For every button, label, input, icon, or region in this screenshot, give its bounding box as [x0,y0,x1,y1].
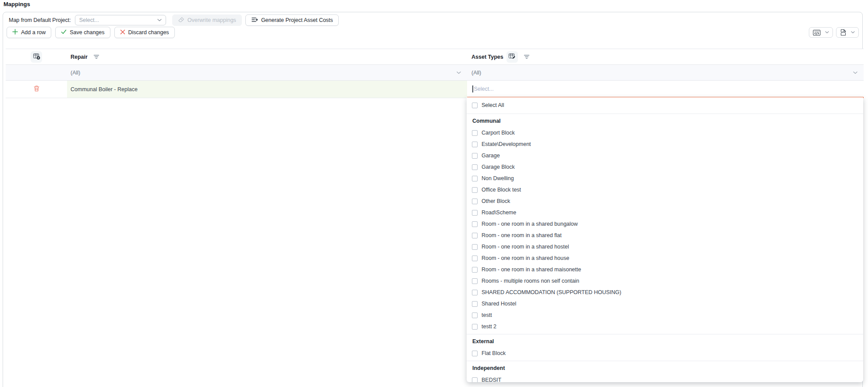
asset-type-option[interactable]: BEDSIT [467,374,863,382]
asset-type-option[interactable]: Shared Hostel [467,298,863,309]
table-edit-icon [508,53,516,61]
option-label: Room - one room in a shared maisonette [482,266,581,273]
asset-type-option[interactable]: Garage Block [467,161,863,173]
asset-type-option[interactable]: Rooms - multiple rooms non self contain [467,275,863,287]
checkbox[interactable] [472,199,478,204]
chevron-down-icon [157,19,162,21]
grid-header-row: Repair Asset Types [6,49,864,65]
page-title: Mappings [4,1,30,7]
checkbox[interactable] [472,164,478,170]
option-label: Estate\Development [482,141,531,147]
repair-cell-value: Communal Boiler - Replace [71,86,138,92]
option-label: Office Block test [482,187,521,193]
asset-type-option[interactable]: Garage [467,150,863,161]
option-label: Road\Scheme [482,209,516,216]
export-file-button[interactable] [836,27,859,38]
delete-row-button[interactable] [32,83,42,95]
group-items: Carport Block Estate\Development Garage … [467,127,863,332]
generate-project-asset-costs-label: Generate Project Asset Costs [261,17,333,23]
checkbox[interactable] [472,301,478,307]
asset-type-groups: Communal Carport Block Estate\Developmen… [467,114,863,382]
asset-type-option[interactable]: testt [467,309,863,321]
checkbox[interactable] [472,233,478,238]
chevron-down-icon[interactable] [849,31,857,34]
asset-types-filter-value[interactable]: (All) [471,70,481,76]
asset-type-option[interactable]: Room - one room in a shared flat [467,230,863,241]
default-project-select[interactable]: Select... [75,15,166,25]
option-label: Shared Hostel [482,301,516,307]
save-changes-label: Save changes [70,29,104,36]
asset-type-option[interactable]: Other Block [467,195,863,207]
trash-icon [33,85,40,93]
asset-type-option[interactable]: Room - one room in a shared bungalow [467,218,863,230]
torn-page-icon [838,29,849,36]
table-remove-icon [33,53,40,61]
column-chooser-button[interactable] [31,51,42,63]
option-label: testt [482,312,492,318]
filter-lines-icon[interactable] [93,54,99,59]
checkbox[interactable] [472,103,478,108]
column-header-repair[interactable]: Repair [71,54,88,60]
chevron-down-icon[interactable] [853,71,857,74]
checkbox[interactable] [472,256,478,261]
checkbox[interactable] [472,130,478,136]
checkbox[interactable] [472,210,478,216]
asset-type-option[interactable]: Estate\Development [467,138,863,150]
option-label: Room - one room in a shared bungalow [482,221,578,227]
asset-type-option[interactable]: Room - one room in a shared house [467,252,863,264]
discard-changes-label: Discard changes [128,29,169,36]
asset-type-option[interactable]: Room - one room in a shared hostel [467,241,863,252]
asset-type-option[interactable]: SHARED ACCOMMODATION (SUPPORTED HOUSING) [467,287,863,298]
asset-type-group: Independent BEDSIT [467,361,863,382]
asset-type-option[interactable]: testt 2 [467,321,863,332]
asset-type-option[interactable]: Non Dwelling [467,173,863,184]
asset-type-group: Communal Carport Block Estate\Developmen… [467,114,863,332]
option-label: Other Block [482,198,510,204]
asset-type-option[interactable]: Carport Block [467,127,863,138]
default-project-select-placeholder: Select... [79,17,99,23]
option-label: Carport Block [482,130,515,136]
column-header-asset-types[interactable]: Asset Types [471,54,503,60]
checkbox[interactable] [472,267,478,273]
chevron-down-icon[interactable] [457,71,461,74]
option-label: Room - one room in a shared house [482,255,569,261]
checkbox[interactable] [472,187,478,193]
checkbox[interactable] [472,324,478,330]
asset-type-option[interactable]: Road\Scheme [467,207,863,218]
group-items: BEDSIT [467,374,863,382]
chevron-down-icon[interactable] [823,31,831,34]
add-a-row-label: Add a row [21,29,46,36]
checkbox[interactable] [472,278,478,284]
filter-lines-icon[interactable] [524,54,530,59]
checkbox[interactable] [472,377,478,383]
export-code-button[interactable] [809,27,833,38]
option-label: testt 2 [482,323,496,330]
checkbox[interactable] [472,153,478,159]
select-all-option[interactable]: Select All [467,99,863,112]
repair-filter-value[interactable]: (All) [71,70,80,76]
code-window-icon [811,29,823,36]
add-a-row-button[interactable]: Add a row [7,27,51,38]
checkbox[interactable] [472,142,478,147]
asset-type-option[interactable]: Room - one room in a shared maisonette [467,264,863,275]
repair-cell[interactable]: Communal Boiler - Replace [67,81,467,98]
cross-icon [120,29,125,36]
checkbox[interactable] [472,290,478,295]
asset-type-option[interactable]: Flat Block [467,348,863,359]
discard-changes-button[interactable]: Discard changes [114,27,175,38]
save-changes-button[interactable]: Save changes [55,27,110,38]
checkbox[interactable] [472,176,478,181]
checkbox[interactable] [472,221,478,227]
asset-type-option[interactable]: Office Block test [467,184,863,195]
checkbox[interactable] [472,244,478,250]
overwrite-mappings-button[interactable]: Overwrite mappings [172,14,242,26]
checkbox[interactable] [472,312,478,318]
generate-project-asset-costs-button[interactable]: Generate Project Asset Costs [245,14,339,26]
asset-types-editor-cell[interactable]: Select... [467,81,864,98]
eraser-icon [178,17,184,24]
edit-toolbar: Add a row Save changes Discard changes [7,27,859,38]
option-label: Room - one room in a shared hostel [482,244,569,250]
table-edit-button[interactable] [507,51,518,63]
table-row: Communal Boiler - Replace Select... [6,81,864,98]
checkbox[interactable] [472,351,478,356]
